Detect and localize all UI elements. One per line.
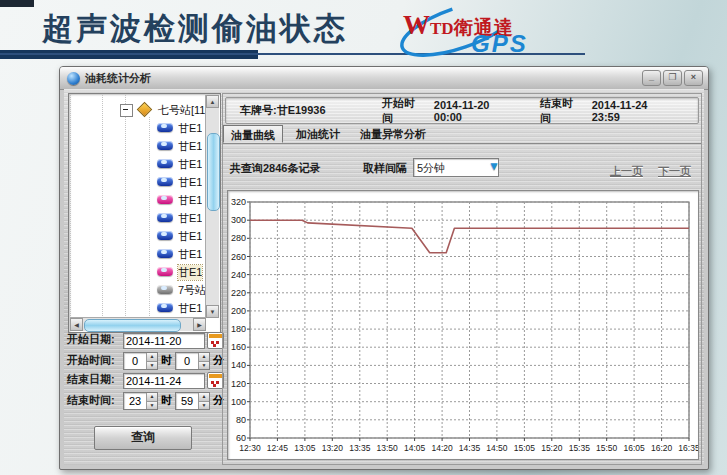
end-date-label: 结束日期:	[67, 372, 123, 387]
end-date-input[interactable]	[123, 373, 205, 389]
restore-button[interactable]: ❐	[663, 70, 682, 86]
horizontal-scroll-thumb[interactable]	[84, 319, 181, 332]
tree-item-label: 甘E1	[178, 121, 202, 136]
next-page-link[interactable]: 下一页	[658, 165, 691, 177]
svg-text:100: 100	[231, 397, 246, 407]
end-time-value: 2014-11-24 23:59	[592, 99, 674, 123]
tab-bar: 油量曲线加油统计油量异常分析	[223, 125, 701, 144]
start-time-label: 开始时间:	[67, 353, 123, 368]
wtd-gps-logo: WTD衛通達 GPS	[393, 2, 553, 60]
tree-item[interactable]: 甘E1	[70, 209, 206, 227]
tree-item[interactable]: 甘E1	[70, 299, 206, 317]
tree-item[interactable]: 甘E1	[70, 119, 206, 137]
tree-item-label: 甘E1	[178, 175, 202, 190]
interval-select[interactable]: 5分钟 ▼	[413, 158, 499, 177]
chevron-down-icon[interactable]: ▼	[488, 159, 500, 173]
svg-text:12:30: 12:30	[239, 443, 261, 453]
car-pink-icon	[157, 267, 173, 276]
car-gray-icon	[157, 285, 173, 294]
pagination: 上一页 下一页	[598, 164, 691, 179]
window-titlebar[interactable]: 油耗统计分析 _ ❐ ×	[60, 67, 708, 90]
svg-text:13:05: 13:05	[294, 443, 316, 453]
car-blue-icon	[157, 159, 173, 168]
svg-text:160: 160	[231, 342, 246, 352]
scroll-up-icon[interactable]: ▲	[206, 95, 219, 108]
corner-decoration	[0, 0, 34, 7]
tree-item[interactable]: 甘E1	[70, 137, 206, 155]
logo-w: W	[403, 10, 430, 40]
start-time-value: 2014-11-20 00:00	[434, 99, 516, 123]
collapse-minus-icon[interactable]	[120, 104, 133, 117]
spin-up-icon[interactable]: ▲	[146, 353, 157, 362]
spin-down-icon[interactable]: ▼	[146, 402, 157, 410]
spin-down-icon[interactable]: ▼	[198, 362, 209, 370]
spin-down-icon[interactable]: ▼	[198, 402, 209, 410]
svg-text:15:35: 15:35	[569, 443, 591, 453]
spin-up-icon[interactable]: ▲	[198, 353, 209, 362]
start-minute-stepper[interactable]: 0▲▼	[175, 352, 210, 370]
start-hour-stepper[interactable]: 0▲▼	[123, 352, 158, 370]
end-minute-stepper[interactable]: 59▲▼	[175, 392, 210, 410]
scroll-down-icon[interactable]: ▼	[206, 305, 219, 318]
spin-down-icon[interactable]: ▼	[146, 362, 157, 370]
scroll-left-icon[interactable]: ◀	[70, 318, 83, 331]
tree-item[interactable]: 甘E1	[70, 263, 206, 281]
svg-text:15:50: 15:50	[596, 443, 618, 453]
svg-text:13:50: 13:50	[377, 443, 399, 453]
svg-text:260: 260	[231, 252, 246, 262]
svg-text:15:20: 15:20	[541, 443, 563, 453]
tree-item-label: 甘E1	[178, 193, 202, 208]
start-date-row: 开始日期:	[67, 332, 224, 350]
spin-up-icon[interactable]: ▲	[198, 393, 209, 402]
tree-item[interactable]: 甘E1	[70, 155, 206, 173]
query-info-bar: 车牌号:甘E19936 开始时间 2014-11-20 00:00 结束时间 2…	[225, 97, 699, 124]
tab-refuel-stats[interactable]: 加油统计	[289, 125, 347, 143]
hour-unit-label: 时	[161, 394, 172, 406]
tree-horizontal-scrollbar[interactable]: ◀ ▶	[70, 317, 206, 331]
tree-item-label: 甘E1	[178, 247, 202, 262]
start-date-input[interactable]	[123, 333, 205, 349]
end-time-row: 结束时间:23▲▼时59▲▼分	[67, 392, 227, 410]
tree-item-label: 甘E1	[178, 229, 202, 244]
close-button[interactable]: ×	[684, 70, 703, 86]
end-hour-stepper[interactable]: 23▲▼	[123, 392, 158, 410]
tree-item[interactable]: 甘E1	[70, 227, 206, 245]
tree-item[interactable]: 7号站	[70, 281, 206, 299]
car-blue-icon	[157, 141, 173, 150]
svg-text:200: 200	[231, 306, 246, 316]
svg-text:16:20: 16:20	[651, 443, 673, 453]
tree-item[interactable]: 甘E1	[70, 173, 206, 191]
svg-text:14:50: 14:50	[486, 443, 508, 453]
svg-text:120: 120	[231, 379, 246, 389]
tree-item-label: 甘E1	[178, 211, 202, 226]
tree-item[interactable]: 甘E1	[70, 191, 206, 209]
spin-up-icon[interactable]: ▲	[146, 393, 157, 402]
svg-text:13:35: 13:35	[349, 443, 371, 453]
minimize-button[interactable]: _	[642, 70, 661, 86]
vertical-scroll-thumb[interactable]	[207, 133, 220, 211]
logo-gps: GPS	[471, 30, 528, 58]
prev-page-link[interactable]: 上一页	[610, 165, 643, 177]
tab-fuel-anomaly[interactable]: 油量异常分析	[353, 125, 433, 143]
record-count: 共查询2846条记录	[230, 161, 320, 176]
tree-vertical-scrollbar[interactable]: ▲ ▼	[205, 95, 219, 318]
scroll-right-icon[interactable]: ▶	[193, 318, 206, 331]
tree-node-station7[interactable]: 七号站[11]	[70, 101, 206, 119]
logo-td: TD	[430, 19, 454, 38]
window-title: 油耗统计分析	[85, 71, 640, 86]
svg-text:180: 180	[231, 324, 246, 334]
tree-item[interactable]: 甘E1	[70, 245, 206, 263]
tree-item-label: 7号站	[178, 283, 206, 298]
svg-text:60: 60	[236, 433, 246, 443]
svg-text:14:05: 14:05	[404, 443, 426, 453]
result-panel: 车牌号:甘E19936 开始时间 2014-11-20 00:00 结束时间 2…	[222, 93, 702, 465]
tree-item-label: 甘E1	[178, 157, 202, 172]
end-time-caption: 结束时间	[540, 96, 582, 126]
svg-text:12:45: 12:45	[267, 443, 289, 453]
car-blue-icon	[157, 177, 173, 186]
car-blue-icon	[157, 123, 173, 132]
svg-text:140: 140	[231, 360, 246, 370]
svg-text:16:05: 16:05	[623, 443, 645, 453]
tab-fuel-curve[interactable]: 油量曲线	[223, 125, 283, 143]
query-button[interactable]: 查询	[94, 426, 192, 450]
